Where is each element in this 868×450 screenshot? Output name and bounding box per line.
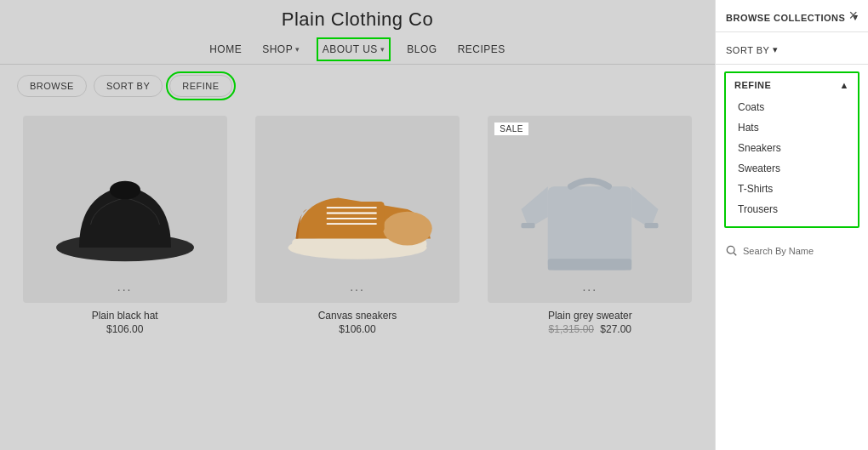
svg-rect-13 <box>645 223 659 228</box>
search-label[interactable]: Search By Name <box>743 246 814 256</box>
svg-rect-5 <box>323 202 384 232</box>
refine-item-tshirts[interactable]: T-Shirts <box>726 179 858 199</box>
product-image-sneakers: ··· <box>255 116 460 303</box>
product-options-sweater[interactable]: ··· <box>582 282 597 296</box>
svg-point-1 <box>110 181 140 200</box>
close-button[interactable]: × <box>848 7 858 25</box>
hat-image <box>49 141 202 277</box>
sort-by-section: SORT BY ▾ <box>716 32 868 65</box>
browse-collections-button[interactable]: BROWSE COLLECTIONS ▾ <box>726 12 858 23</box>
product-card-sweater: SALE ··· <box>474 107 706 344</box>
nav-item-shop[interactable]: SHOP ▾ <box>262 43 300 55</box>
svg-rect-10 <box>548 186 631 270</box>
svg-rect-11 <box>548 259 631 270</box>
refine-item-coats[interactable]: Coats <box>726 97 858 117</box>
nav-item-recipes[interactable]: RECIPES <box>458 43 505 55</box>
refine-button[interactable]: REFINE <box>169 75 231 97</box>
toolbar: BROWSE SORT BY REFINE <box>0 65 715 107</box>
products-grid: ··· Plain black hat $106.00 <box>0 107 715 344</box>
right-panel: × BROWSE COLLECTIONS ▾ SORT BY ▾ REFINE … <box>715 0 868 450</box>
browse-collections-section: BROWSE COLLECTIONS ▾ <box>716 0 868 32</box>
product-card-hat: ··· Plain black hat $106.00 <box>9 107 241 344</box>
sort-by-button[interactable]: SORT BY <box>94 75 163 97</box>
product-image-sweater: SALE ··· <box>488 116 692 303</box>
svg-point-4 <box>383 212 432 246</box>
about-us-chevron-icon: ▾ <box>380 45 385 54</box>
shop-chevron-icon: ▾ <box>295 45 300 54</box>
refine-item-sweaters[interactable]: Sweaters <box>726 158 858 179</box>
refine-section: REFINE ▲ Coats Hats Sneakers Sweaters T-… <box>724 71 859 228</box>
sort-by-chevron-icon: ▾ <box>773 44 779 55</box>
refine-button-panel[interactable]: REFINE ▲ <box>726 73 858 97</box>
nav-item-home[interactable]: HOME <box>209 43 242 55</box>
refine-item-trousers[interactable]: Trousers <box>726 199 858 219</box>
nav-item-about-us[interactable]: ABOUT US ▾ <box>321 42 387 57</box>
search-section: Search By Name <box>716 235 868 267</box>
main-nav: HOME SHOP ▾ ABOUT US ▾ BLOG RECIPES <box>0 35 715 65</box>
product-price-sneakers: $106.00 <box>339 323 375 335</box>
header: Plain Clothing Co <box>0 0 715 35</box>
svg-rect-12 <box>522 223 535 228</box>
sweater-image <box>517 137 662 282</box>
svg-line-15 <box>734 253 736 255</box>
browse-button[interactable]: BROWSE <box>17 75 87 97</box>
product-name-sweater: Plain grey sweater <box>548 310 632 322</box>
product-name-hat: Plain black hat <box>92 310 158 322</box>
refine-items-list: Coats Hats Sneakers Sweaters T-Shirts Tr… <box>726 97 858 226</box>
store-title: Plain Clothing Co <box>0 9 715 31</box>
product-options-hat[interactable]: ··· <box>117 282 133 296</box>
product-price-hat: $106.00 <box>106 323 143 335</box>
main-content: Plain Clothing Co HOME SHOP ▾ ABOUT US ▾… <box>0 0 715 450</box>
product-card-sneakers: ··· Canvas sneakers $106.00 <box>241 107 473 344</box>
product-name-sneakers: Canvas sneakers <box>318 310 397 322</box>
search-icon <box>726 245 738 257</box>
product-price-sweater: $1,315.00 $27.00 <box>549 323 631 335</box>
product-options-sneakers[interactable]: ··· <box>350 282 365 296</box>
nav-item-blog[interactable]: BLOG <box>407 43 437 55</box>
sort-by-panel-button[interactable]: SORT BY ▾ <box>726 44 779 55</box>
product-image-hat: ··· <box>23 116 227 303</box>
refine-item-hats[interactable]: Hats <box>726 117 858 138</box>
sneaker-image <box>277 150 438 269</box>
svg-point-14 <box>727 246 734 253</box>
refine-chevron-icon: ▲ <box>840 80 849 90</box>
refine-item-sneakers[interactable]: Sneakers <box>726 138 858 158</box>
sale-badge: SALE <box>494 122 528 135</box>
